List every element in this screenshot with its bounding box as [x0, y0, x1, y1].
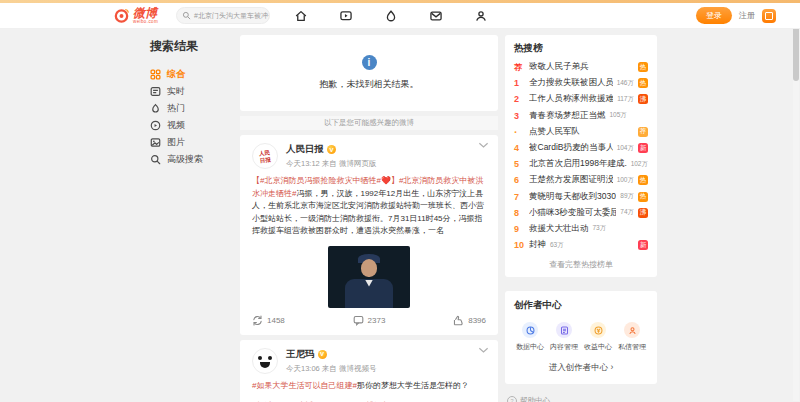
- comment-icon: [353, 315, 364, 326]
- candle-emoji: ❤️: [381, 176, 391, 185]
- login-button[interactable]: 登录: [696, 7, 732, 24]
- sidebar-item-realtime[interactable]: 实时: [150, 83, 236, 100]
- comment-count: 2373: [368, 316, 386, 325]
- question-icon: ?: [507, 396, 517, 402]
- sidebar-item-image[interactable]: 图片: [150, 134, 236, 151]
- pie-chart-icon: [522, 322, 538, 338]
- creator-center-title: 创作者中心: [514, 299, 648, 312]
- person-icon: [624, 322, 640, 338]
- video-icon[interactable]: [339, 9, 353, 23]
- view-full-hot-list-link[interactable]: 查看完整热搜榜单: [514, 259, 648, 270]
- sidebar-item-label: 实时: [167, 85, 185, 98]
- hot-badge: 热: [638, 62, 648, 72]
- scrollbar-thumb[interactable]: [793, 23, 799, 81]
- hot-badge: 热: [638, 78, 648, 88]
- flame-icon: [150, 103, 161, 114]
- hot-search-item[interactable]: 10 封神 63万 新: [514, 237, 648, 253]
- new-badge: 新: [638, 240, 648, 250]
- verified-v-icon: V: [327, 145, 336, 154]
- hot-search-item[interactable]: 2 工作人员称涿州救援难度大 117万 沸: [514, 91, 648, 107]
- chevron-down-icon[interactable]: [478, 142, 489, 149]
- creator-item-data-center[interactable]: 数据中心: [516, 322, 544, 352]
- message-icon[interactable]: [429, 9, 443, 23]
- hot-search-item[interactable]: 荐 致敬人民子弟兵 热: [514, 59, 648, 75]
- creator-item-income-center[interactable]: 收益中心: [584, 322, 612, 352]
- hot-search-card: 热搜榜 荐 致敬人民子弟兵 热 1 全力搜救失联被困人员 146万 热 2 工作…: [505, 35, 657, 277]
- new-badge: 新: [638, 143, 648, 153]
- hot-search-item[interactable]: 9 救援犬大壮出动 73万: [514, 221, 648, 237]
- hot-icon[interactable]: [384, 9, 398, 23]
- realtime-icon: [150, 86, 161, 97]
- top-navbar: 微博 weibo.com #北京门头沟大量车被冲走# 登录 注册: [0, 3, 800, 29]
- post-author[interactable]: 王尼玛 V: [286, 348, 376, 361]
- creator-item-content-management[interactable]: 内容管理: [550, 322, 578, 352]
- sidebar-item-label: 综合: [167, 68, 185, 81]
- post-time-source: 今天13:12 来自 微博网页版: [286, 159, 376, 169]
- post-text: #如果大学生活可以自己组建#那你的梦想大学生活是怎样的？: [252, 380, 486, 393]
- hashtag-link[interactable]: #如果大学生活可以自己组建#: [252, 381, 357, 390]
- avatar[interactable]: 人民日报: [252, 143, 278, 169]
- post-time-source: 今天13:06 来自 微博视频号: [286, 364, 376, 374]
- search-icon: [182, 11, 191, 20]
- page-title: 搜索结果: [150, 38, 236, 55]
- home-icon[interactable]: [294, 9, 308, 23]
- avatar[interactable]: [252, 348, 278, 374]
- help-footer: ? 帮助中心 微博客服 4000-960-960 自助服务中心 常见问题: [505, 396, 657, 402]
- coin-icon: [590, 322, 606, 338]
- sidebar-item-label: 图片: [167, 136, 185, 149]
- scrollbar: [793, 3, 799, 401]
- repost-button[interactable]: 1458: [252, 315, 330, 326]
- no-results-card: i 抱歉，未找到相关结果。: [240, 35, 498, 111]
- hot-search-item[interactable]: 8 小猫咪3秒变脸可太委屈了.. 74万 沸: [514, 205, 648, 221]
- hot-badge: 热: [638, 192, 648, 202]
- help-center-link[interactable]: ? 帮助中心: [507, 396, 657, 402]
- hot-search-item[interactable]: 4 被CardiB扔麦的当事人已.. 104万 新: [514, 140, 648, 156]
- sidebar-item-label: 视频: [167, 119, 185, 132]
- hot-search-item[interactable]: 7 黄晓明每天都收到3030份投稿 89万 热: [514, 189, 648, 205]
- rank-pinned-icon: 荐: [514, 62, 525, 73]
- like-button[interactable]: 8396: [408, 315, 486, 326]
- boil-badge: 沸: [638, 208, 648, 218]
- main-nav: [294, 9, 488, 23]
- weibo-logo-subtext: weibo.com: [133, 20, 158, 25]
- search-input[interactable]: #北京门头沟大量车被冲走#: [194, 11, 270, 21]
- weibo-logo-text: 微博: [133, 7, 158, 19]
- grid-icon: [150, 69, 161, 80]
- image-icon: [150, 137, 161, 148]
- sidebar-item-hot[interactable]: 热门: [150, 100, 236, 117]
- hot-search-item[interactable]: 5 北京首次启用1998年建成.. 102万: [514, 156, 648, 172]
- search-box[interactable]: #北京门头沟大量车被冲走#: [176, 7, 270, 24]
- post-photo[interactable]: [328, 246, 410, 308]
- creator-item-dm-management[interactable]: 私信管理: [618, 322, 646, 352]
- sidebar-item-composite[interactable]: 综合: [150, 66, 236, 83]
- sidebar-item-label: 高级搜索: [167, 153, 203, 166]
- sidebar-item-video[interactable]: 视频: [150, 117, 236, 134]
- chevron-down-icon[interactable]: [478, 347, 489, 354]
- hot-search-item[interactable]: 3 青春赛场梦想正当燃 105万: [514, 108, 648, 124]
- hot-badge: 热: [638, 175, 648, 185]
- no-results-message: 抱歉，未找到相关结果。: [320, 78, 419, 91]
- recommend-badge: 荐: [638, 127, 648, 137]
- profile-icon[interactable]: [474, 9, 488, 23]
- repost-icon: [252, 315, 263, 326]
- register-link[interactable]: 注册: [739, 10, 755, 21]
- boil-badge: 沸: [638, 94, 648, 104]
- enter-creator-center-button[interactable]: 进入创作者中心 ›: [514, 362, 648, 374]
- like-count: 8396: [468, 316, 486, 325]
- vip-app-icon[interactable]: [762, 9, 776, 23]
- post-author[interactable]: 人民日报 V: [286, 143, 376, 156]
- post-text: 【#北京消防员冯振抢险救灾中牺牲#❤️】#北京消防员救灾中被洪水冲走牺牲#冯振，…: [252, 175, 486, 238]
- hashtag-link[interactable]: 【#北京消防员冯振抢险救灾中牺牲#: [252, 176, 381, 185]
- post-card: 王尼玛 V 今天13:06 来自 微博视频号 #如果大学生活可以自己组建#那你的…: [240, 340, 498, 402]
- weibo-logo[interactable]: 微博 weibo.com: [113, 7, 158, 25]
- sidebar-item-label: 热门: [167, 102, 185, 115]
- hot-search-item[interactable]: 1 全力搜救失联被困人员 146万 热: [514, 75, 648, 91]
- post-card: 人民日报 人民日报 V 今天13:12 来自 微博网页版 【#北京消防员冯振抢险…: [240, 135, 498, 335]
- weibo-logo-icon: [113, 7, 130, 24]
- comment-button[interactable]: 2373: [330, 315, 408, 326]
- sidebar-item-advanced-search[interactable]: 高级搜索: [150, 151, 236, 168]
- repost-count: 1458: [267, 316, 285, 325]
- hot-search-item[interactable]: 6 王楚然方发原图证明没P图 100万 热: [514, 172, 648, 188]
- magnifier-icon: [150, 154, 161, 165]
- hot-search-item[interactable]: · 点赞人民军队 荐: [514, 124, 648, 140]
